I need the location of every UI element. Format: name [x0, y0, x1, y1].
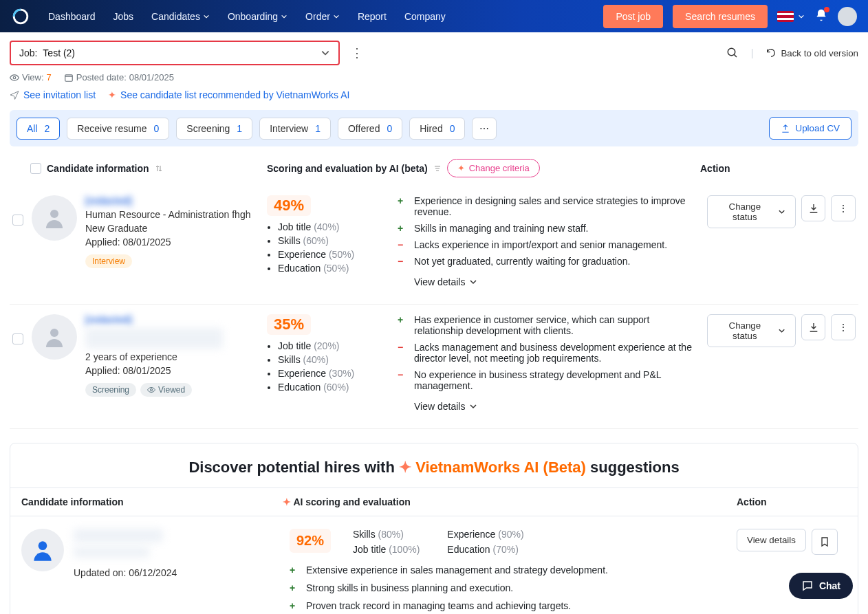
eval-negative: Lacks management and business developmen…: [414, 342, 700, 364]
bookmark-button[interactable]: [812, 529, 838, 555]
row-more-menu[interactable]: ⋮: [831, 195, 856, 221]
upload-cv-button[interactable]: Upload CV: [769, 117, 851, 140]
view-details-label: View details: [414, 401, 465, 412]
view-details-toggle[interactable]: View details: [398, 401, 700, 412]
nav-onboarding[interactable]: Onboarding: [221, 6, 294, 28]
nav-company[interactable]: Company: [398, 6, 453, 28]
change-criteria-button[interactable]: ✦Change criteria: [447, 159, 540, 177]
filter-icon[interactable]: [433, 164, 442, 173]
chat-widget[interactable]: Chat: [789, 573, 853, 599]
minus-icon: −: [398, 239, 407, 250]
upload-icon: [781, 124, 790, 133]
tab-offered[interactable]: Offered0: [338, 118, 402, 140]
tab-all[interactable]: All2: [17, 118, 60, 140]
sort-icon[interactable]: [155, 164, 163, 173]
row-checkbox[interactable]: [12, 333, 23, 344]
candidate-name[interactable]: [redacted]: [85, 195, 250, 206]
tab-hired[interactable]: Hired0: [409, 118, 465, 140]
candidate-row: [redacted] 2 years of experience Applied…: [10, 305, 858, 429]
tab-receive[interactable]: Receive resume0: [67, 118, 169, 140]
download-button[interactable]: [801, 314, 826, 340]
eval-positive: Proven track record in managing teams an…: [306, 600, 571, 611]
chat-icon: [801, 580, 814, 592]
invitation-list-link[interactable]: See invitation list: [10, 89, 96, 100]
sparkle-icon: ✦: [457, 163, 465, 173]
svg-point-7: [39, 541, 47, 550]
eval-positive: Has experience in customer service, whic…: [414, 314, 700, 336]
person-icon: [30, 537, 56, 563]
nav-order[interactable]: Order: [299, 6, 347, 28]
avatar: [32, 195, 77, 241]
svg-rect-3: [65, 74, 73, 80]
candidate-experience: 2 years of experience: [85, 351, 223, 362]
svg-point-4: [50, 210, 58, 218]
tab-label: Hired: [420, 123, 442, 134]
applied-label: Applied:: [85, 365, 120, 376]
col-scoring: Scoring and evaluation by AI (beta): [267, 163, 428, 174]
candidate-role: Human Resource - Administration fhgh: [85, 209, 250, 220]
nav-onboarding-label: Onboarding: [228, 11, 278, 22]
job-more-menu[interactable]: ⋮: [347, 45, 367, 61]
search-resumes-button[interactable]: Search resumes: [673, 5, 768, 28]
chevron-down-icon: [281, 13, 287, 20]
user-avatar[interactable]: [838, 7, 857, 26]
search-button[interactable]: [726, 47, 739, 59]
ai-recommend-link[interactable]: ✦See candidate list recommended by Vietn…: [108, 89, 349, 100]
nav-candidates[interactable]: Candidates: [144, 6, 217, 28]
select-all-checkbox[interactable]: [30, 163, 41, 174]
sparkle-icon: ✦: [283, 496, 291, 507]
view-details-toggle[interactable]: View details: [398, 276, 700, 287]
eval-positive: Extensive experience in sales management…: [306, 564, 608, 575]
row-more-menu[interactable]: ⋮: [831, 314, 856, 340]
svg-point-2: [13, 76, 16, 79]
plus-icon: +: [290, 600, 299, 611]
view-details-button[interactable]: View details: [737, 529, 806, 551]
applied-value: 08/01/2025: [122, 365, 171, 376]
person-icon: [42, 206, 67, 230]
match-score: 92%: [290, 529, 331, 553]
plus-icon: +: [398, 223, 407, 234]
language-selector[interactable]: [777, 11, 805, 22]
nav-report[interactable]: Report: [351, 6, 393, 28]
applied-value: 08/01/2025: [122, 237, 171, 248]
breakdown-pct: (30%): [329, 368, 354, 379]
chevron-down-icon: [321, 48, 330, 58]
score-breakdown: Job title (40%) Skills (60%) Experience …: [278, 221, 391, 274]
breakdown-key: Job title: [278, 221, 311, 232]
svg-point-6: [151, 389, 153, 391]
tab-count: 1: [315, 123, 321, 134]
tab-screening[interactable]: Screening1: [176, 118, 252, 140]
tab-interview[interactable]: Interview1: [259, 118, 331, 140]
job-selector[interactable]: Job: Test (2): [10, 41, 340, 65]
change-status-button[interactable]: Change status: [707, 195, 796, 228]
tab-count: 2: [45, 123, 50, 134]
post-job-button[interactable]: Post job: [603, 5, 663, 28]
back-to-old-version[interactable]: Back to old version: [766, 47, 858, 58]
download-icon: [808, 203, 819, 214]
calendar-icon: [64, 73, 74, 83]
posted-value: 08/01/2025: [129, 72, 174, 83]
evaluation-list: +Extensive experience in sales managemen…: [290, 564, 730, 611]
breakdown-key: Experience: [447, 529, 495, 540]
svg-point-5: [50, 329, 58, 337]
row-checkbox[interactable]: [12, 215, 23, 226]
minus-icon: −: [398, 256, 407, 267]
nav-jobs[interactable]: Jobs: [107, 6, 141, 28]
change-status-button[interactable]: Change status: [707, 314, 796, 347]
posted-label: Posted date:: [76, 72, 127, 83]
tabs-more[interactable]: ⋯: [472, 118, 497, 140]
job-value: Test (2): [43, 47, 75, 58]
breakdown-pct: (70%): [492, 544, 518, 555]
breakdown-pct: (50%): [329, 249, 354, 260]
download-button[interactable]: [801, 195, 826, 221]
notification-dot: [824, 7, 829, 12]
minus-icon: −: [398, 369, 407, 391]
nav-dashboard[interactable]: Dashboard: [41, 6, 102, 28]
pipeline-tabs: All2 Receive resume0 Screening1 Intervie…: [10, 110, 858, 146]
brand-logo: [11, 7, 30, 26]
breakdown-key: Skills: [278, 235, 301, 246]
candidate-name[interactable]: [redacted]: [85, 314, 127, 325]
redacted-block: [74, 529, 163, 542]
notifications-button[interactable]: [814, 8, 828, 24]
status-tag-screening: Screening: [85, 383, 136, 397]
